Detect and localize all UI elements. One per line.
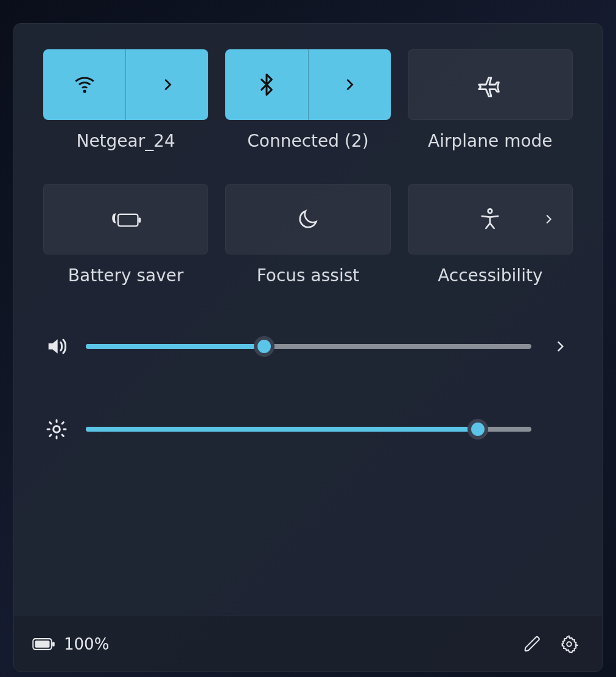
wifi-tile (43, 49, 208, 120)
wifi-icon (71, 71, 98, 98)
volume-expand[interactable] (547, 338, 573, 354)
sliders-section (14, 286, 602, 466)
svg-point-4 (54, 426, 60, 433)
volume-thumb[interactable] (254, 336, 275, 357)
brightness-row (43, 417, 573, 441)
battery-saver-toggle[interactable] (43, 184, 208, 254)
accessibility-label: Accessibility (408, 265, 573, 286)
accessibility-icon (478, 207, 502, 231)
svg-rect-7 (52, 642, 55, 647)
svg-rect-1 (118, 214, 138, 226)
accessibility-tile-wrap: Accessibility (408, 184, 573, 286)
wifi-expand[interactable] (126, 49, 208, 120)
volume-icon[interactable] (43, 334, 70, 359)
bluetooth-label: Connected (2) (225, 131, 390, 151)
brightness-track-fill (86, 427, 478, 432)
gear-icon (560, 635, 578, 653)
brightness-slider[interactable] (86, 420, 531, 438)
airplane-icon (476, 71, 504, 99)
svg-point-0 (83, 89, 86, 93)
bluetooth-toggle[interactable] (225, 49, 308, 120)
focus-assist-tile-wrap: Focus assist (225, 184, 390, 286)
airplane-toggle[interactable] (408, 49, 573, 120)
svg-point-8 (567, 642, 572, 647)
wifi-toggle[interactable] (43, 49, 126, 120)
bluetooth-tile-wrap: Connected (2) (225, 49, 390, 151)
battery-saver-label: Battery saver (43, 265, 208, 286)
airplane-tile-wrap: Airplane mode (408, 49, 573, 151)
bluetooth-expand[interactable] (309, 49, 391, 120)
quick-settings-footer: 100% (14, 616, 602, 672)
focus-assist-toggle[interactable] (225, 184, 390, 254)
wifi-label: Netgear_24 (43, 131, 208, 151)
volume-slider[interactable] (86, 337, 531, 356)
svg-rect-6 (35, 640, 49, 647)
svg-point-3 (488, 209, 492, 213)
svg-rect-2 (138, 218, 141, 223)
chevron-right-icon (341, 76, 358, 93)
brightness-icon[interactable] (43, 417, 70, 441)
battery-saver-tile-wrap: Battery saver (43, 184, 208, 286)
chevron-right-icon (542, 212, 555, 226)
pencil-icon (523, 635, 542, 653)
battery-percent-label: 100% (64, 635, 109, 653)
volume-row (43, 334, 573, 359)
battery-icon (32, 636, 55, 652)
quick-settings-panel: Netgear_24 Connected (2) (13, 23, 603, 672)
wifi-tile-wrap: Netgear_24 (43, 49, 208, 151)
settings-button[interactable] (555, 630, 584, 659)
quick-settings-grid: Netgear_24 Connected (2) (14, 24, 602, 286)
chevron-right-icon (552, 338, 568, 354)
focus-assist-label: Focus assist (225, 265, 390, 286)
chevron-right-icon (159, 76, 176, 93)
brightness-thumb[interactable] (467, 419, 488, 440)
volume-track-fill (86, 344, 264, 349)
bluetooth-icon (254, 72, 279, 97)
battery-saver-icon (110, 207, 142, 231)
accessibility-toggle[interactable] (408, 184, 573, 254)
airplane-label: Airplane mode (408, 131, 573, 151)
moon-icon (296, 207, 320, 231)
bluetooth-tile (225, 49, 390, 120)
edit-quick-settings-button[interactable] (518, 630, 547, 659)
